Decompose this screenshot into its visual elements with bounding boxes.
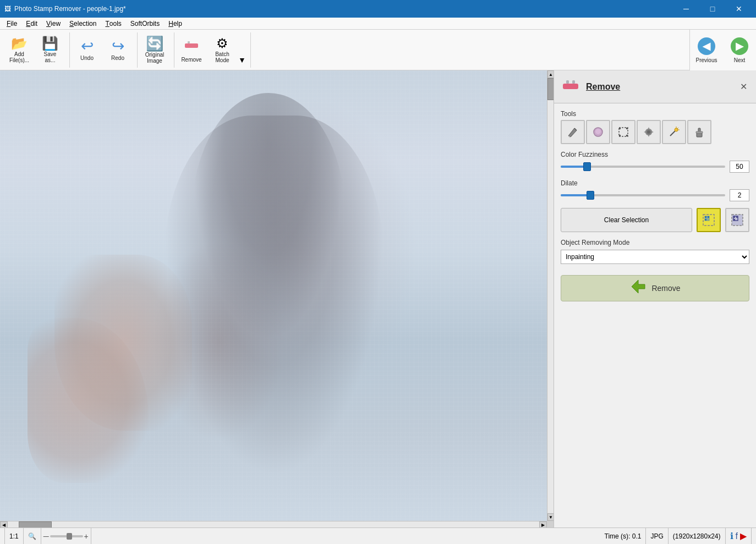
toolbar-group-remove: Remove ⚙ BatchMode ▼ [177,32,251,68]
original-image-label: OriginalImage [145,52,164,64]
color-fuzziness-thumb[interactable] [583,162,591,171]
toolbox-body: Tools [554,103,756,308]
mode-select[interactable]: Inpainting Content Aware Fill Blur [561,250,749,264]
svg-rect-27 [705,219,706,221]
menu-file[interactable]: File [2,18,21,29]
close-button[interactable]: ✕ [726,0,752,18]
pencil-tool-button[interactable] [561,120,585,144]
svg-rect-32 [733,219,735,221]
add-files-label: AddFile(s)... [9,51,29,63]
stamp-tool-button[interactable] [687,120,711,144]
nav-buttons: ◀ Previous ▶ Next [689,30,756,70]
svg-rect-30 [733,216,735,218]
main-area: ▲ ▼ ◀ ▶ Remove [0,70,756,527]
add-files-icon: 📂 [11,37,28,50]
menu-view[interactable]: View [42,18,65,29]
mode-select-container: Inpainting Content Aware Fill Blur [561,250,749,264]
vertical-scrollbar[interactable]: ▲ ▼ [547,70,554,521]
batch-dropdown-icon[interactable]: ▼ [238,56,246,64]
invert-selection-button[interactable] [725,208,749,232]
eraser-tool-button[interactable] [586,120,610,144]
tools-row [561,120,749,144]
youtube-icon[interactable]: ▶ [740,531,747,541]
color-fuzziness-track[interactable] [561,166,725,168]
scroll-thumb-vertical[interactable] [547,78,554,100]
svg-rect-1 [188,41,190,43]
info-icon[interactable]: ℹ [730,531,733,541]
svg-rect-22 [696,131,703,133]
dilate-value[interactable]: 2 [730,189,749,201]
add-files-button[interactable]: 📂 AddFile(s)... [4,34,34,67]
zoom-minus-button[interactable]: ─ [43,532,49,541]
color-fuzziness-label: Color Fuzziness [561,151,749,158]
canvas-image[interactable] [0,70,547,521]
tools-section: Tools [561,110,749,144]
maximize-button[interactable]: □ [700,0,725,18]
original-image-icon: 🔄 [146,36,163,51]
toolbar: 📂 AddFile(s)... 💾 Saveas... ↩ Undo ↪ Red… [0,30,756,70]
scrollbar-corner [547,521,554,527]
time-segment: Time (s): 0.1 [600,528,647,544]
format-text: JPG [650,532,663,540]
menu-selection[interactable]: Selection [65,18,101,29]
color-fuzziness-value[interactable]: 50 [730,161,749,173]
minimize-button[interactable]: ─ [673,0,699,18]
svg-rect-9 [626,128,628,129]
app-icon: 🖼 [4,5,11,13]
scroll-down-button[interactable]: ▼ [547,513,554,521]
menu-help[interactable]: Help [164,18,187,29]
toolbox-header: Remove ✕ [554,70,756,103]
dimensions-text: (1920x1280x24) [673,532,721,540]
selection-display-button[interactable] [697,208,721,232]
next-button[interactable]: ▶ Next [723,30,756,70]
batch-mode-label: BatchMode [215,51,229,63]
zoom-level-text: 1:1 [9,532,19,540]
clear-selection-button[interactable]: Clear Selection [561,208,692,232]
dilate-track[interactable] [561,194,725,196]
color-fuzziness-section: Color Fuzziness 50 [561,151,749,173]
svg-point-6 [595,129,601,134]
previous-button[interactable]: ◀ Previous [690,30,723,70]
facebook-icon[interactable]: f [736,531,738,541]
magic-wand-tool-button[interactable] [662,120,686,144]
scroll-left-button[interactable]: ◀ [0,521,8,527]
zoom-slider-thumb[interactable] [67,533,72,540]
remove-button[interactable]: Remove [561,275,749,301]
image-background [0,70,547,521]
rect-select-tool-button[interactable] [611,120,636,144]
next-circle-icon: ▶ [731,37,748,55]
redo-button[interactable]: ↪ Redo [103,34,133,67]
format-segment: JPG [646,528,668,544]
title-bar-text: Photo Stamp Remover - people-1.jpg* [14,5,126,13]
toolbox-close-button[interactable]: ✕ [738,80,749,93]
svg-marker-33 [632,280,645,293]
svg-rect-31 [736,216,738,218]
previous-label: Previous [696,57,717,63]
canvas-area[interactable]: ▲ ▼ ◀ ▶ [0,70,554,527]
toolbox-remove-icon [561,75,580,98]
original-image-button[interactable]: 🔄 OriginalImage [140,34,169,67]
settings-tool-button[interactable] [637,120,661,144]
menu-tools[interactable]: Tools [101,18,125,29]
svg-rect-8 [619,128,621,129]
horizontal-scrollbar[interactable]: ◀ ▶ [0,521,547,527]
svg-rect-11 [626,135,628,136]
dilate-section: Dilate 2 [561,179,749,201]
zoom-plus-button[interactable]: + [84,532,89,541]
scroll-thumb-horizontal[interactable] [19,521,52,527]
remove-toolbar-button[interactable]: Remove [177,34,206,67]
undo-button[interactable]: ↩ Undo [72,34,102,67]
save-as-button[interactable]: 💾 Saveas... [35,34,65,67]
object-removing-mode-section: Object Removing Mode Inpainting Content … [561,239,749,264]
menu-edit[interactable]: Edit [21,18,42,29]
zoom-slider[interactable] [50,535,83,537]
batch-mode-button[interactable]: ⚙ BatchMode [207,34,237,67]
dilate-thumb[interactable] [587,191,594,200]
svg-rect-26 [708,216,709,218]
svg-point-14 [648,131,650,134]
scroll-up-button[interactable]: ▲ [547,70,554,78]
zoom-slider-segment[interactable]: ─ + [41,528,91,544]
menu-softorbits[interactable]: SoftOrbits [126,18,164,29]
scroll-right-button[interactable]: ▶ [539,521,547,527]
remove-toolbar-icon [183,37,200,56]
